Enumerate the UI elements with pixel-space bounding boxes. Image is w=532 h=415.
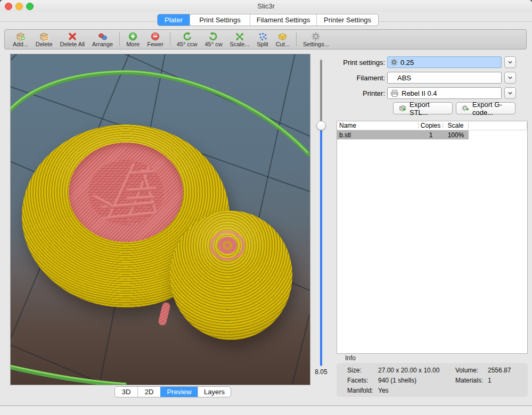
view-layers-button[interactable]: Layers xyxy=(198,387,231,397)
view-2d-button[interactable]: 2D xyxy=(137,387,160,397)
gear-icon xyxy=(390,59,398,66)
title-bar: Slic3r xyxy=(0,0,532,12)
delete-all-icon xyxy=(68,32,77,41)
size-label: Size: xyxy=(347,367,362,374)
split-button[interactable]: Split xyxy=(253,30,272,48)
cut-icon xyxy=(277,32,288,41)
delete-all-button[interactable]: Delete All xyxy=(56,30,88,48)
rotate-cw-icon xyxy=(209,32,218,41)
manifold-label: Manifold: xyxy=(347,387,373,394)
window-title: Slic3r xyxy=(0,2,532,10)
scale-button[interactable]: Scale... xyxy=(226,30,253,48)
column-header-name[interactable]: Name xyxy=(337,122,419,129)
toolbar: Add... Delete Delete All Arrange More xyxy=(4,29,527,49)
table-row[interactable]: b.stl 1 100% xyxy=(337,130,527,139)
more-button[interactable]: More xyxy=(122,30,143,48)
tab-printer-settings[interactable]: Printer Settings xyxy=(316,14,378,26)
printer-combo[interactable]: Rebel II 0.4 xyxy=(387,87,502,99)
fewer-button[interactable]: Fewer xyxy=(143,30,167,48)
settings-icon xyxy=(311,32,321,41)
settings-button[interactable]: Settings... xyxy=(299,30,333,48)
toolbar-label: Split xyxy=(257,42,268,47)
add-button[interactable]: Add... xyxy=(9,30,32,48)
toolbar-separator xyxy=(119,32,120,46)
toolbar-label: Settings... xyxy=(303,42,329,47)
toolbar-label: Fewer xyxy=(147,42,163,47)
toolbar-label: 45° cw xyxy=(204,42,222,47)
package-remove-icon xyxy=(39,32,49,41)
print-settings-combo[interactable]: 0.25 xyxy=(387,56,502,68)
model-large-infill-top xyxy=(69,143,183,242)
print-settings-value: 0.25 xyxy=(400,59,414,67)
size-value: 27.00 x 20.00 x 10.00 xyxy=(378,367,439,374)
volume-label: Volume: xyxy=(455,367,478,374)
delete-button[interactable]: Delete xyxy=(32,30,56,48)
toolbar-label: Add... xyxy=(13,42,28,47)
chevron-down-icon xyxy=(506,59,514,66)
model-small-dome[interactable] xyxy=(170,211,292,340)
print-settings-label: Print settings: xyxy=(329,59,385,67)
export-gcode-button[interactable]: Export G-code... xyxy=(456,102,515,114)
slic3r-window: Slic3r Plater Print Settings Filament Se… xyxy=(0,0,532,415)
filament-value: ABS xyxy=(397,74,411,82)
chevron-down-icon xyxy=(506,74,514,81)
split-icon xyxy=(258,32,267,41)
toolbar-separator xyxy=(296,32,297,46)
volume-value: 2556.87 xyxy=(488,367,511,374)
main-tabs: Plater Print Settings Filament Settings … xyxy=(157,14,379,26)
more-icon xyxy=(128,32,137,41)
layer-slider-handle[interactable] xyxy=(316,121,326,130)
view-preview-button[interactable]: Preview xyxy=(160,387,198,397)
fewer-icon xyxy=(151,32,160,41)
scale-icon xyxy=(235,32,244,41)
cell-name: b.stl xyxy=(337,130,419,139)
tab-filament-settings[interactable]: Filament Settings xyxy=(250,14,316,26)
model-large-infill-well xyxy=(88,160,163,225)
manifold-value: Yes xyxy=(378,387,389,394)
filament-dropdown-button[interactable] xyxy=(504,72,516,84)
column-header-scale[interactable]: Scale xyxy=(443,122,469,129)
layer-slider-track-lower[interactable] xyxy=(320,130,322,366)
plater-3d-viewport[interactable] xyxy=(10,54,310,385)
facets-value: 940 (1 shells) xyxy=(378,377,416,384)
toolbar-separator xyxy=(170,32,170,46)
arrange-icon xyxy=(98,32,108,41)
column-header-spacer xyxy=(469,122,527,129)
printer-icon xyxy=(390,89,399,97)
toolbar-label: 45° ccw xyxy=(177,42,198,47)
toolbar-label: Delete xyxy=(36,42,53,47)
export-stl-label: Export STL... xyxy=(410,101,447,117)
toolbar-label: Cut... xyxy=(276,42,290,47)
layer-slider-track-upper[interactable] xyxy=(320,60,322,122)
info-section-title: Info xyxy=(345,354,356,362)
print-settings-dropdown-button[interactable] xyxy=(504,56,516,68)
filament-combo[interactable]: ABS xyxy=(387,72,502,84)
tab-plater[interactable]: Plater xyxy=(158,14,190,26)
status-bar xyxy=(0,405,532,415)
export-stl-button[interactable]: Export STL... xyxy=(393,102,453,114)
printer-value: Rebel II 0.4 xyxy=(402,89,437,97)
export-gcode-icon xyxy=(461,104,470,112)
printer-label: Printer: xyxy=(329,89,385,97)
cut-button[interactable]: Cut... xyxy=(272,30,293,48)
rotate-ccw-icon xyxy=(182,32,192,41)
objects-table[interactable]: Name Copies Scale b.stl 1 100% xyxy=(337,121,528,354)
layer-slider-value: 8.05 xyxy=(310,368,332,376)
toolbar-label: Scale... xyxy=(230,42,250,47)
objects-table-header[interactable]: Name Copies Scale xyxy=(337,121,527,130)
arrange-button[interactable]: Arrange xyxy=(88,30,117,48)
tab-print-settings[interactable]: Print Settings xyxy=(190,14,250,26)
column-header-copies[interactable]: Copies xyxy=(419,122,443,129)
rotate-ccw-button[interactable]: 45° ccw xyxy=(173,30,201,48)
toolbar-label: Arrange xyxy=(92,42,113,47)
export-gcode-label: Export G-code... xyxy=(472,101,510,117)
toolbar-label: Delete All xyxy=(60,42,85,47)
view-3d-button[interactable]: 3D xyxy=(115,387,137,397)
printer-dropdown-button[interactable] xyxy=(504,87,516,99)
view-mode-buttons: 3D 2D Preview Layers xyxy=(114,386,231,397)
rotate-cw-button[interactable]: 45° cw xyxy=(201,30,226,48)
materials-label: Materials: xyxy=(455,377,483,384)
info-box: Size: 27.00 x 20.00 x 10.00 Volume: 2556… xyxy=(337,363,528,397)
package-add-icon xyxy=(15,32,26,41)
facets-label: Facets: xyxy=(347,377,368,384)
